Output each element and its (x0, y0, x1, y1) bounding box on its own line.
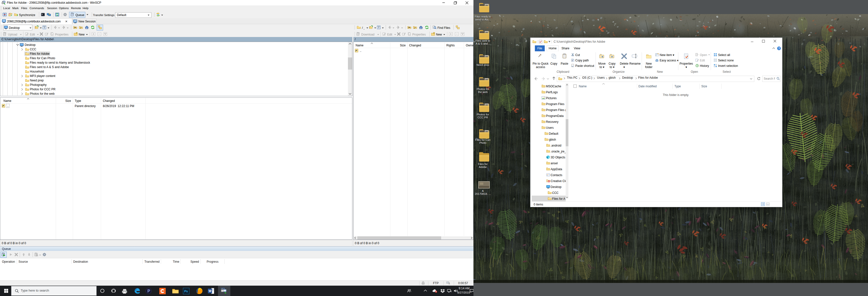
svg-text:W: W (209, 289, 212, 293)
svg-text:w: w (571, 60, 573, 61)
svg-text:?: ? (778, 47, 780, 50)
svg-text:Ps: Ps (184, 290, 188, 293)
